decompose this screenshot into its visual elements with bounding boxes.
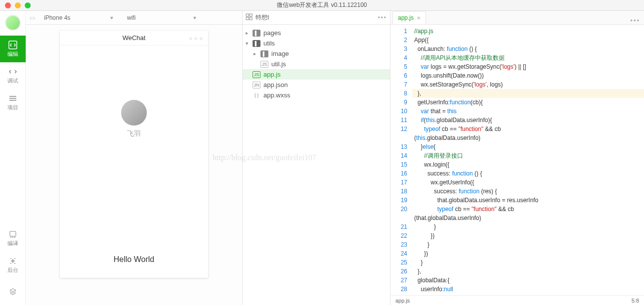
folder-open-icon: ▌: [253, 40, 260, 47]
maximize-icon[interactable]: [25, 2, 31, 8]
window-title: 微信web开发者工具 v0.11.122100: [0, 1, 644, 9]
tree-item-label: utils: [263, 40, 275, 47]
sidebar-item-layers[interactable]: [0, 278, 26, 305]
wxss-icon: { }: [253, 92, 260, 99]
status-bar: app.js 5:8: [390, 295, 644, 305]
hello-text: Hello World: [114, 255, 154, 264]
close-icon[interactable]: [5, 2, 11, 8]
device-dropdown[interactable]: iPhone 4s: [39, 13, 118, 22]
sidebar-item-debug[interactable]: 调试: [0, 62, 26, 89]
tree-item-app-wxss[interactable]: { }app.wxss: [243, 90, 390, 100]
more-icon[interactable]: •••: [630, 17, 640, 24]
editor-panel: app.js ✕ ••• 123456789101112131415161718…: [390, 11, 644, 305]
tree-item-label: image: [271, 50, 289, 57]
compile-icon: [8, 230, 17, 239]
user-avatar[interactable]: [5, 15, 21, 31]
simulator-panel: ▭ iPhone 4s wifi WeChat ●●● 飞羽 Hello W: [26, 11, 242, 305]
more-icon[interactable]: •••: [378, 14, 387, 21]
sidebar-item-label: 编译: [7, 240, 18, 247]
svg-rect-7: [246, 17, 249, 20]
sidebar-item-label: 项目: [7, 104, 18, 111]
debug-icon: [8, 67, 17, 76]
background-icon: [8, 257, 17, 265]
sidebar-item-label: 编辑: [7, 50, 18, 58]
tree-item-label: app.wxss: [263, 91, 290, 99]
sidebar-item-label: 后台: [7, 266, 18, 274]
sim-avatar: [121, 100, 147, 126]
sim-username: 飞羽: [127, 130, 141, 138]
svg-rect-6: [250, 14, 252, 16]
phone-icon: ▭: [30, 14, 35, 21]
svg-rect-8: [250, 17, 252, 20]
sidebar-item-project[interactable]: 项目: [0, 89, 26, 116]
tree-item-image[interactable]: ▸▌image: [243, 48, 390, 59]
code-icon: [8, 41, 17, 49]
tab-label: app.js: [398, 14, 414, 21]
sidebar-item-edit[interactable]: 编辑: [0, 36, 26, 62]
close-icon[interactable]: ✕: [417, 15, 421, 21]
folder-icon: ▌: [253, 30, 260, 37]
tree-label: 特想t: [256, 13, 269, 22]
svg-rect-1: [10, 231, 16, 236]
status-file: app.js: [395, 298, 410, 304]
editor-tab[interactable]: app.js ✕: [392, 11, 426, 24]
svg-point-2: [10, 237, 11, 238]
cursor-pos: 5:8: [632, 298, 639, 304]
svg-point-3: [12, 237, 13, 238]
app-title: WeChat: [123, 34, 146, 42]
js-icon: JS: [260, 61, 268, 68]
folder-icon: ▌: [260, 50, 268, 57]
titlebar: 微信web开发者工具 v0.11.122100: [0, 0, 644, 11]
code-editor[interactable]: 1234567891011121314151617181920212223242…: [390, 25, 644, 295]
svg-point-4: [14, 237, 15, 238]
tree-item-app-json[interactable]: JNapp.json: [243, 80, 390, 90]
simulator-frame[interactable]: WeChat ●●● 飞羽 Hello World: [60, 31, 208, 278]
layers-icon: [8, 287, 17, 296]
sidebar-item-compile[interactable]: 编译: [0, 225, 26, 252]
project-icon: [8, 94, 17, 103]
tree-item-label: app.js: [263, 71, 281, 78]
tree-item-app-js[interactable]: JSapp.js: [243, 69, 390, 80]
more-icon[interactable]: ●●●: [189, 34, 204, 42]
tree-item-pages[interactable]: ▸▌pages: [243, 28, 390, 38]
minimize-icon[interactable]: [15, 2, 21, 8]
tree-item-label: app.json: [263, 81, 288, 88]
network-dropdown[interactable]: wifi: [122, 13, 201, 22]
svg-rect-5: [246, 14, 249, 16]
sidebar-item-background[interactable]: 后台: [0, 252, 26, 278]
tree-icon[interactable]: [246, 13, 253, 22]
file-tree-panel: 特想t ••• ▸▌pages▾▌utils▸▌imageJSutil.jsJS…: [242, 11, 390, 305]
sidebar: 编辑 调试 项目 编译 后台: [0, 11, 26, 305]
sidebar-item-label: 调试: [7, 77, 18, 85]
tree-item-label: pages: [263, 29, 281, 37]
js-icon: JS: [253, 71, 260, 78]
tree-item-util-js[interactable]: JSutil.js: [243, 59, 390, 69]
tree-item-utils[interactable]: ▾▌utils: [243, 38, 390, 48]
json-icon: JN: [253, 82, 260, 88]
tree-item-label: util.js: [271, 60, 286, 68]
